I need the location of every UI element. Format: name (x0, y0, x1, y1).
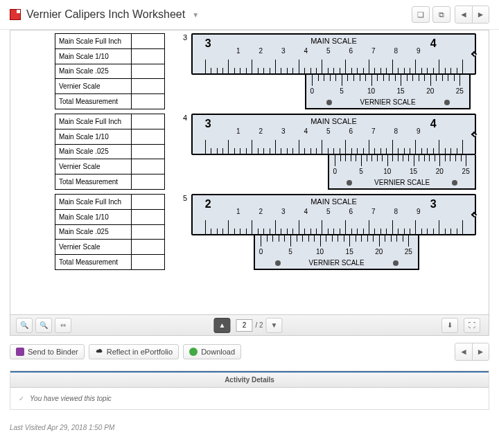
vernier-tick-label: 20 (375, 248, 383, 256)
main-scale-inch-right: 3 (430, 198, 437, 210)
dropdown-caret-icon[interactable]: ▼ (192, 11, 199, 19)
main-scale-inch-right: 4 (430, 118, 437, 130)
vernier-tick-label: 5 (288, 248, 292, 256)
main-scale-inch-left: 3 (205, 37, 211, 50)
table-row-label: Total Measurement (55, 94, 132, 109)
vernier-screw-icon (452, 180, 457, 186)
vernier-tick-label: 20 (426, 87, 434, 95)
worksheet-row: Main Scale Full InchMain Scale 1/10Main … (55, 194, 476, 270)
table-row-label: Main Scale 1/10 (55, 48, 132, 64)
caliper-diagram: MAIN SCALE341234567890510152025VERNIER S… (191, 33, 476, 109)
vernier-tick-label: 5 (340, 87, 344, 95)
table-row-label: Vernier Scale (55, 240, 132, 255)
table-row-value (132, 209, 165, 224)
measurement-table: Main Scale Full InchMain Scale 1/10Main … (55, 33, 165, 109)
binder-icon (16, 348, 24, 356)
vernier-screw-icon (393, 260, 399, 266)
vernier-tick-label: 10 (383, 168, 391, 175)
table-row-value (132, 174, 165, 190)
vernier-tick-label: 0 (310, 87, 315, 95)
viewer-toolbar: 🔍 🔍 ⇔ ▲ / 2 ▼ ⬇ ⛶ (10, 314, 489, 335)
vernier-screw-icon (326, 100, 332, 105)
reflect-eportfolio-button[interactable]: Reflect in ePortfolio (89, 344, 179, 359)
table-row-value (132, 240, 165, 255)
zoom-out-button[interactable]: 🔍 (16, 318, 33, 333)
worksheet-row: Main Scale Full InchMain Scale 1/10Main … (55, 114, 476, 190)
table-row-label: Main Scale .025 (55, 224, 132, 240)
vernier-tick-label: 0 (333, 168, 337, 175)
measurement-table: Main Scale Full InchMain Scale 1/10Main … (55, 194, 165, 270)
check-icon: ✓ (19, 395, 24, 402)
main-scale: MAIN SCALE34123456789 (191, 114, 476, 155)
bottom-nav-prev-next: ◄ ► (455, 343, 489, 361)
vernier-tick-label: 10 (316, 248, 324, 256)
caliper-diagram: MAIN SCALE341234567890510152025VERNIER S… (191, 114, 476, 190)
vernier-screw-icon (444, 100, 450, 105)
table-row-label: Vernier Scale (55, 159, 132, 174)
table-row-label: Main Scale 1/10 (55, 129, 132, 144)
question-number: 3 (183, 33, 189, 109)
page-down-button[interactable]: ▼ (266, 318, 283, 333)
question-number: 5 (183, 194, 189, 270)
pdf-icon (10, 9, 21, 20)
vernier-tick-label: 15 (410, 168, 417, 175)
fullscreen-button[interactable]: ⛶ (464, 318, 480, 333)
viewed-topic-label: You have viewed this topic (30, 395, 112, 402)
table-row-value (132, 64, 165, 79)
main-scale-inch-right: 4 (430, 37, 437, 50)
vernier-tick-label: 0 (259, 248, 263, 256)
table-row-value (132, 79, 165, 94)
page-up-button[interactable]: ▲ (213, 318, 230, 333)
bottom-next-button[interactable]: ► (472, 343, 489, 360)
fit-width-button[interactable]: ⇔ (55, 318, 71, 333)
table-row-label: Total Measurement (55, 255, 132, 270)
last-visited-label: Last Visited (10, 424, 47, 431)
download-icon (189, 348, 198, 356)
activity-details-panel: Activity Details ✓ You have viewed this … (10, 370, 489, 410)
main-scale-inch-left: 2 (205, 198, 211, 210)
table-row-value (132, 94, 165, 109)
table-row-value (132, 48, 165, 64)
table-row-label: Vernier Scale (55, 79, 132, 94)
vernier-tick-label: 25 (456, 87, 464, 95)
table-row-label: Main Scale Full Inch (55, 34, 132, 49)
bottom-prev-button[interactable]: ◄ (455, 343, 472, 360)
table-row-value (132, 195, 165, 210)
bookmark-button[interactable]: ❏ (412, 6, 430, 23)
worksheet-row: Main Scale Full InchMain Scale 1/10Main … (55, 33, 476, 109)
table-row-label: Main Scale .025 (55, 144, 132, 159)
table-row-label: Total Measurement (55, 174, 132, 190)
vernier-tick-label: 25 (462, 168, 470, 175)
table-row-value (132, 34, 165, 49)
send-to-binder-button[interactable]: Send to Binder (10, 344, 85, 359)
vernier-scale: 0510152025VERNIER SCALE (305, 75, 470, 109)
vernier-screw-icon (275, 260, 281, 266)
download-button[interactable]: Download (183, 344, 241, 359)
vernier-scale: 0510152025VERNIER SCALE (254, 235, 419, 270)
popout-button[interactable]: ⧉ (432, 6, 450, 23)
measurement-table: Main Scale Full InchMain Scale 1/10Main … (55, 114, 165, 190)
table-row-label: Main Scale 1/10 (55, 209, 132, 224)
main-scale: MAIN SCALE34123456789 (191, 33, 476, 75)
download-pdf-button[interactable]: ⬇ (441, 318, 458, 333)
next-topic-button[interactable]: ► (472, 6, 489, 23)
activity-details-heading: Activity Details (10, 371, 489, 388)
nav-prev-next: ◄ ► (455, 6, 489, 24)
table-row-label: Main Scale .025 (55, 64, 132, 79)
table-row-value (132, 114, 165, 129)
reflect-label: Reflect in ePortfolio (107, 348, 173, 356)
prev-topic-button[interactable]: ◄ (455, 6, 472, 23)
question-number: 4 (183, 114, 189, 190)
main-scale-inch-left: 3 (205, 118, 211, 130)
binder-label: Send to Binder (28, 348, 78, 356)
page-number-input[interactable] (236, 319, 252, 332)
pdf-page: Main Scale Full InchMain Scale 1/10Main … (10, 30, 489, 314)
vernier-tick-label: 15 (346, 248, 353, 256)
pdf-viewer: Main Scale Full InchMain Scale 1/10Main … (10, 30, 489, 336)
main-scale: MAIN SCALE23123456789 (191, 194, 476, 235)
action-row: Send to Binder Reflect in ePortfolio Dow… (10, 343, 489, 361)
zoom-in-button[interactable]: 🔍 (35, 318, 52, 333)
vernier-scale: 0510152025VERNIER SCALE (328, 155, 476, 190)
vernier-tick-label: 15 (397, 87, 405, 95)
table-row-label: Main Scale Full Inch (55, 195, 132, 210)
